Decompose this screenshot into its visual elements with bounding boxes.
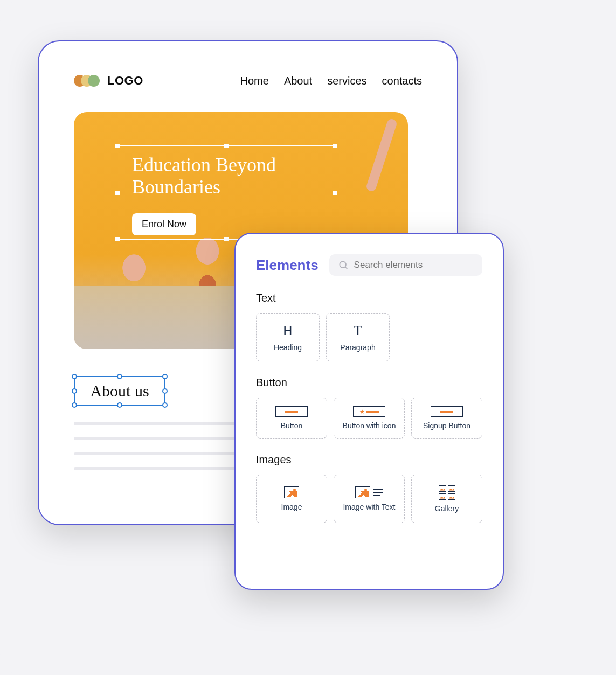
resize-handle-icon[interactable]: [72, 402, 77, 408]
element-image-with-text[interactable]: Image with Text: [334, 475, 405, 523]
image-text-preview-icon: [355, 486, 383, 498]
element-button[interactable]: Button: [256, 398, 327, 439]
image-preview-icon: [284, 486, 299, 498]
resize-handle-icon[interactable]: [115, 191, 120, 195]
resize-handle-icon[interactable]: [115, 144, 120, 148]
resize-handle-icon[interactable]: [117, 402, 122, 408]
element-label: Button with icon: [343, 421, 396, 430]
about-heading-selection[interactable]: About us: [74, 376, 165, 406]
element-heading[interactable]: H Heading: [256, 313, 320, 361]
section-label-text: Text: [256, 292, 482, 304]
nav-link-home[interactable]: Home: [240, 75, 269, 87]
button-preview-icon: [275, 406, 308, 417]
nav-link-contacts[interactable]: contacts: [382, 75, 422, 87]
button-icon-preview-icon: ★: [353, 406, 385, 417]
resize-handle-icon[interactable]: [72, 388, 77, 394]
elements-panel-header: Elements: [256, 254, 482, 276]
section-label-images: Images: [256, 454, 482, 466]
svg-line-1: [345, 267, 347, 269]
element-gallery[interactable]: Gallery: [411, 475, 482, 523]
resize-handle-icon[interactable]: [72, 374, 77, 379]
element-label: Paragraph: [340, 343, 375, 352]
element-label: Signup Button: [423, 421, 470, 430]
resize-handle-icon[interactable]: [115, 237, 120, 241]
site-logo[interactable]: LOGO: [74, 74, 143, 88]
element-button-with-icon[interactable]: ★ Button with icon: [334, 398, 405, 439]
resize-handle-icon[interactable]: [162, 388, 168, 394]
hero-cta-button[interactable]: Enrol Now: [132, 213, 196, 235]
elements-panel: Elements Text H Heading T Paragraph Butt…: [234, 233, 504, 590]
element-label: Button: [281, 421, 302, 430]
elements-search-input[interactable]: [354, 260, 474, 270]
text-elements-row: H Heading T Paragraph: [256, 313, 482, 361]
logo-mark-icon: [74, 75, 100, 87]
nav-links: Home About services contacts: [240, 75, 422, 87]
element-image[interactable]: Image: [256, 475, 327, 523]
section-label-button: Button: [256, 377, 482, 389]
heading-glyph-icon: H: [283, 323, 293, 339]
element-label: Heading: [274, 343, 302, 352]
gallery-preview-icon: [439, 485, 455, 500]
images-elements-row: Image Image with Text Gallery: [256, 475, 482, 523]
button-elements-row: Button ★ Button with icon Signup Button: [256, 398, 482, 439]
resize-handle-icon[interactable]: [162, 402, 168, 408]
resize-handle-icon[interactable]: [333, 144, 337, 148]
hero-photo-placeholder-arm: [365, 118, 398, 193]
paragraph-glyph-icon: T: [354, 323, 362, 339]
elements-panel-title: Elements: [256, 257, 319, 274]
nav-link-services[interactable]: services: [327, 75, 366, 87]
resize-handle-icon[interactable]: [333, 191, 337, 195]
resize-handle-icon[interactable]: [162, 374, 168, 379]
elements-search[interactable]: [329, 254, 482, 276]
element-paragraph[interactable]: T Paragraph: [326, 313, 390, 361]
site-header: LOGO Home About services contacts: [74, 74, 422, 88]
element-label: Image: [281, 503, 302, 511]
hero-title[interactable]: Education Beyond Boundaries: [132, 154, 326, 199]
resize-handle-icon[interactable]: [117, 374, 122, 379]
element-signup-button[interactable]: Signup Button: [411, 398, 482, 439]
resize-handle-icon[interactable]: [224, 144, 229, 148]
search-icon: [338, 260, 349, 270]
element-label: Gallery: [435, 504, 459, 513]
about-heading-text[interactable]: About us: [90, 382, 149, 400]
svg-point-0: [340, 261, 346, 268]
nav-link-about[interactable]: About: [284, 75, 312, 87]
logo-text: LOGO: [107, 74, 143, 88]
element-label: Image with Text: [343, 503, 395, 511]
resize-handle-icon[interactable]: [224, 237, 229, 241]
signup-button-preview-icon: [431, 406, 463, 417]
